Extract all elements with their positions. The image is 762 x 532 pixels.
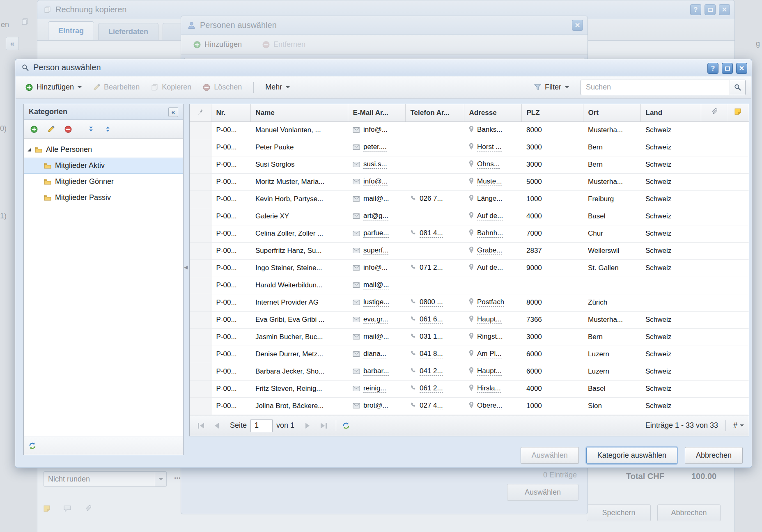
column-email[interactable]: E-Mail Ar... xyxy=(348,104,405,122)
select-person-titlebar[interactable]: Person auswählen ? ✕ xyxy=(15,59,752,76)
phone-link[interactable]: 061 6... xyxy=(420,315,443,324)
person-row[interactable]: P-00...Celina Zoller, Zoller ...parfue..… xyxy=(190,225,749,242)
person-row[interactable]: P-00...Manuel Vonlanten, ...info@...Bank… xyxy=(190,122,749,139)
person-row[interactable]: P-00...Peter Paukepeter....Horst ...3000… xyxy=(190,139,749,156)
address-link[interactable]: Haupt... xyxy=(477,367,502,376)
column-plz[interactable]: PLZ xyxy=(521,104,583,122)
row-selector-cell[interactable] xyxy=(190,346,211,363)
help-button[interactable]: ? xyxy=(707,63,718,74)
row-selector-cell[interactable] xyxy=(190,139,211,156)
search-submit-button[interactable] xyxy=(730,80,745,95)
person-row[interactable]: P-00...Galerie XYart@g...Auf de...4000Ba… xyxy=(190,208,749,225)
column-address[interactable]: Adresse xyxy=(464,104,521,122)
person-row[interactable]: P-00...Moritz Muster, Maria...info@...Mu… xyxy=(190,173,749,190)
prev-page-button[interactable] xyxy=(211,420,223,432)
row-selector-cell[interactable] xyxy=(190,242,211,259)
person-row[interactable]: P-00...Kevin Horb, Partyse...mail@...026… xyxy=(190,190,749,208)
phone-link[interactable]: 041 8... xyxy=(420,350,443,358)
page-size-button[interactable]: # xyxy=(733,421,744,430)
row-selector-cell[interactable] xyxy=(190,173,211,190)
cancel-button[interactable]: Abbrechen xyxy=(685,447,743,464)
phone-link[interactable]: 026 7... xyxy=(420,195,443,203)
address-link[interactable]: Bahnh... xyxy=(477,229,503,238)
row-selector-cell[interactable] xyxy=(190,294,211,311)
email-link[interactable]: art@g... xyxy=(363,212,388,220)
row-selector-cell[interactable] xyxy=(190,156,211,173)
email-link[interactable]: brot@... xyxy=(363,401,388,410)
person-row[interactable]: P-00...Jasmin Bucher, Buc...mail@...031 … xyxy=(190,328,749,346)
category-item[interactable]: Mitglieder Aktiv xyxy=(24,158,183,174)
column-name[interactable]: Name xyxy=(250,104,348,122)
person-row[interactable]: P-00...Fritz Steven, Reinig...reinig...0… xyxy=(190,380,749,397)
person-row[interactable]: P-00...Ingo Steiner, Steine...info@...07… xyxy=(190,259,749,277)
search-input[interactable] xyxy=(581,83,730,92)
email-link[interactable]: info@... xyxy=(363,177,388,186)
column-note[interactable] xyxy=(727,104,749,122)
close-button[interactable]: ✕ xyxy=(736,63,747,74)
address-link[interactable]: Hirsla... xyxy=(477,384,501,393)
row-selector-cell[interactable] xyxy=(190,363,211,380)
edit-button[interactable]: Bearbeiten xyxy=(89,80,144,94)
email-link[interactable]: diana... xyxy=(363,350,386,358)
row-selector-cell[interactable] xyxy=(190,122,211,139)
address-link[interactable]: Grabe... xyxy=(477,246,502,255)
address-link[interactable]: Am Pl... xyxy=(477,350,502,358)
phone-link[interactable]: 0800 ... xyxy=(420,298,443,307)
refresh-icon[interactable] xyxy=(29,442,36,449)
person-row[interactable]: P-00...Denise Durrer, Metz...diana...041… xyxy=(190,346,749,363)
address-link[interactable]: Horst ... xyxy=(477,143,502,151)
add-category-icon[interactable] xyxy=(30,126,38,133)
row-selector-cell[interactable] xyxy=(190,397,211,415)
address-link[interactable]: Muste... xyxy=(477,177,502,186)
address-link[interactable]: Auf de... xyxy=(477,212,503,220)
email-link[interactable]: mail@... xyxy=(363,195,389,203)
column-land[interactable]: Land xyxy=(640,104,701,122)
row-selector-cell[interactable] xyxy=(190,208,211,225)
phone-link[interactable]: 031 1... xyxy=(420,332,443,341)
select-category-button[interactable]: Kategorie auswählen xyxy=(586,447,677,464)
delete-category-icon[interactable] xyxy=(64,126,72,133)
person-row[interactable]: P-00...Harald Weiterbildun...mail@... xyxy=(190,277,749,294)
next-page-button[interactable] xyxy=(301,420,314,432)
copy-button[interactable]: Kopieren xyxy=(147,80,195,94)
column-nr[interactable]: Nr. xyxy=(211,104,250,122)
phone-link[interactable]: 027 4... xyxy=(420,401,443,410)
address-link[interactable]: Haupt... xyxy=(477,315,502,324)
row-selector-cell[interactable] xyxy=(190,277,211,294)
column-selector[interactable] xyxy=(190,104,211,122)
email-link[interactable]: reinig... xyxy=(363,384,386,393)
email-link[interactable]: mail@... xyxy=(363,332,389,341)
address-link[interactable]: Auf de... xyxy=(477,264,503,272)
address-link[interactable]: Ohns... xyxy=(477,160,500,169)
categories-collapse-button[interactable]: « xyxy=(168,107,178,117)
row-selector-cell[interactable] xyxy=(190,225,211,242)
phone-link[interactable]: 081 4... xyxy=(420,229,443,238)
address-link[interactable]: Obere... xyxy=(477,401,502,410)
person-row[interactable]: P-00...Jolina Brot, Bäckere...brot@...02… xyxy=(190,397,749,415)
category-root[interactable]: Alle Personen xyxy=(24,142,183,158)
page-number-input[interactable] xyxy=(250,419,273,432)
email-link[interactable]: parfue... xyxy=(363,229,389,238)
person-row[interactable]: P-00...Superfritz Hanz, Su...superf...Gr… xyxy=(190,242,749,259)
column-phone[interactable]: Telefon Ar... xyxy=(405,104,464,122)
email-link[interactable]: lustige... xyxy=(363,298,389,307)
address-link[interactable]: Ringst... xyxy=(477,332,503,341)
column-ort[interactable]: Ort xyxy=(583,104,640,122)
category-item[interactable]: Mitglieder Passiv xyxy=(24,190,183,206)
person-row[interactable]: P-00...Barbara Jecker, Sho...barbar...04… xyxy=(190,363,749,380)
email-link[interactable]: info@... xyxy=(363,126,388,134)
email-link[interactable]: info@... xyxy=(363,264,388,272)
email-link[interactable]: mail@... xyxy=(363,281,389,289)
first-page-button[interactable] xyxy=(195,420,207,432)
person-row[interactable]: P-00...Eva Gribi, Eva Gribi ...eva.gr...… xyxy=(190,311,749,328)
tree-expander-icon[interactable] xyxy=(28,148,31,151)
row-selector-cell[interactable] xyxy=(190,380,211,397)
collapse-all-icon[interactable] xyxy=(104,126,111,133)
phone-link[interactable]: 041 2... xyxy=(420,367,443,376)
email-link[interactable]: barbar... xyxy=(363,367,389,376)
person-row[interactable]: P-00...Internet Provider AGlustige...080… xyxy=(190,294,749,311)
select-button[interactable]: Auswählen xyxy=(521,447,579,464)
address-link[interactable]: Banks... xyxy=(477,126,502,134)
category-item[interactable]: Mitglieder Gönner xyxy=(24,174,183,190)
maximize-button[interactable] xyxy=(722,63,733,74)
